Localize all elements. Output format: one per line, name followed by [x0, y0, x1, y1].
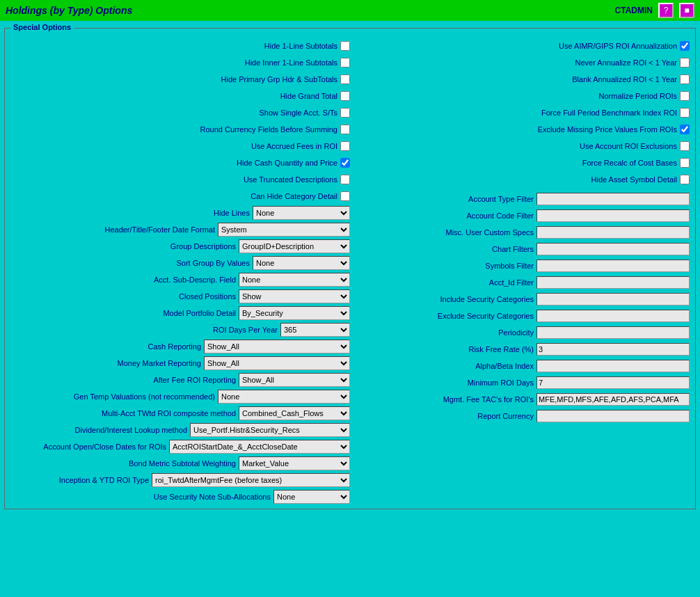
- bond-metric-select[interactable]: Market_Value: [239, 456, 350, 470]
- multi-acct-twtd-row: Multi-Acct TWtd ROI composite method Com…: [10, 406, 350, 421]
- acct-sub-descrip-label: Acct. Sub-Descrip. Field: [154, 276, 236, 284]
- title-bar: Holdings (by Type) Options CTADMIN ? ■: [0, 0, 700, 21]
- dividend-interest-row: Dividend/Interest Lookup method Use_Port…: [10, 422, 350, 438]
- hide-cash-checkbox[interactable]: [340, 158, 350, 168]
- model-portfolio-select[interactable]: By_Security: [239, 306, 350, 320]
- exclude-missing-price-label: Exclude Missing Price Values From ROIs: [538, 125, 677, 134]
- use-truncated-checkbox[interactable]: [340, 175, 350, 184]
- force-full-period-label: Force Full Period Benchmark Index ROI: [541, 109, 677, 117]
- hide-asset-symbol-row: Hide Asset Symbol Detail: [350, 172, 690, 187]
- can-hide-category-row: Can Hide Category Detail: [10, 189, 350, 204]
- gen-temp-valuations-select[interactable]: None: [218, 390, 350, 404]
- force-full-period-checkbox[interactable]: [680, 108, 690, 118]
- never-annualize-label: Never Annualize ROI < 1 Year: [575, 58, 677, 67]
- help-icon[interactable]: ?: [658, 3, 674, 18]
- hide-inner-1-line-label: Hide Inner 1-Line Subtotals: [245, 58, 337, 67]
- account-code-filter-input[interactable]: [536, 209, 690, 222]
- alpha-beta-index-row: Alpha/Beta Index: [350, 358, 690, 374]
- after-fee-roi-select[interactable]: Show_All: [239, 373, 350, 387]
- hide-grand-total-label: Hide Grand Total: [280, 92, 337, 100]
- use-account-roi-checkbox[interactable]: [680, 141, 690, 151]
- acct-sub-descrip-row: Acct. Sub-Descrip. Field None: [10, 272, 350, 287]
- risk-free-rate-input[interactable]: [536, 343, 690, 356]
- exclude-missing-price-checkbox[interactable]: [680, 125, 690, 134]
- report-currency-row: Report Currency: [350, 408, 690, 424]
- accrued-fees-label: Use Accrued Fees in ROI: [251, 142, 337, 150]
- include-security-categories-input[interactable]: [536, 293, 690, 305]
- acct-sub-descrip-select[interactable]: None: [239, 273, 350, 287]
- group-descriptions-select[interactable]: GroupID+Description: [239, 239, 350, 253]
- blank-annualized-row: Blank Annualized ROI < 1 Year: [350, 72, 690, 87]
- alpha-beta-index-label: Alpha/Beta Index: [475, 362, 534, 370]
- inception-ytd-row: Inception & YTD ROI Type roi_TwtdAfterMg…: [10, 472, 350, 488]
- page-title: Holdings (by Type) Options: [6, 5, 132, 16]
- hide-asset-symbol-checkbox[interactable]: [680, 175, 690, 184]
- alpha-beta-index-input[interactable]: [536, 360, 690, 372]
- use-security-note-select[interactable]: None: [273, 490, 350, 504]
- acct-id-filter-label: Acct_Id Filter: [489, 278, 534, 287]
- hide-grand-total-checkbox[interactable]: [340, 91, 350, 101]
- header-date-format-select[interactable]: System: [218, 223, 350, 237]
- can-hide-category-checkbox[interactable]: [340, 191, 350, 201]
- cash-reporting-select[interactable]: Show_All: [204, 340, 350, 353]
- misc-user-custom-input[interactable]: [536, 226, 690, 239]
- account-open-close-select[interactable]: AcctROIStartDate_&_AcctCloseDate: [169, 440, 350, 454]
- hide-cash-row: Hide Cash Quantity and Price: [10, 155, 350, 170]
- minimum-roi-days-input[interactable]: [536, 376, 690, 389]
- report-currency-input[interactable]: [536, 410, 690, 422]
- force-full-period-row: Force Full Period Benchmark Index ROI: [350, 105, 690, 120]
- blank-annualized-checkbox[interactable]: [680, 74, 690, 84]
- show-single-acct-checkbox[interactable]: [340, 108, 350, 118]
- hide-primary-grp-row: Hide Primary Grp Hdr & SubTotals: [10, 72, 350, 87]
- hide-inner-1-line-checkbox[interactable]: [340, 58, 350, 67]
- exclude-security-categories-input[interactable]: [536, 310, 690, 322]
- account-code-filter-row: Account Code Filter: [350, 208, 690, 223]
- symbols-filter-input[interactable]: [536, 260, 690, 272]
- closed-positions-select[interactable]: Show: [239, 289, 350, 303]
- periodicity-input[interactable]: [536, 326, 690, 339]
- inception-ytd-select[interactable]: roi_TwtdAfterMgmtFee (before taxes): [152, 473, 350, 487]
- hide-1-line-subtotals-checkbox[interactable]: [340, 41, 350, 51]
- sort-group-label: Sort Group By Values: [176, 259, 250, 267]
- use-truncated-row: Use Truncated Descriptions: [10, 172, 350, 187]
- round-currency-checkbox[interactable]: [340, 125, 350, 134]
- force-recalc-checkbox[interactable]: [680, 158, 690, 168]
- dividend-interest-select[interactable]: Use_Portf.Histr&Security_Recs: [190, 423, 350, 437]
- use-account-roi-row: Use Account ROI Exclusions: [350, 138, 690, 154]
- hide-primary-grp-checkbox[interactable]: [340, 74, 350, 84]
- use-truncated-label: Use Truncated Descriptions: [244, 175, 337, 184]
- account-type-filter-input[interactable]: [536, 193, 690, 205]
- periodicity-row: Periodicity: [350, 325, 690, 340]
- after-fee-roi-label: After Fee ROI Reporting: [153, 376, 236, 384]
- accrued-fees-row: Use Accrued Fees in ROI: [10, 138, 350, 154]
- use-aimr-label: Use AIMR/GIPS ROI Annualization: [559, 42, 677, 50]
- header-date-format-row: Header/Title/Footer Date Format System: [10, 222, 350, 237]
- hide-grand-total-row: Hide Grand Total: [10, 88, 350, 104]
- app-icon[interactable]: ■: [679, 3, 694, 18]
- hide-cash-label: Hide Cash Quantity and Price: [237, 159, 337, 167]
- dividend-interest-label: Dividend/Interest Lookup method: [75, 426, 187, 434]
- acct-id-filter-input[interactable]: [536, 276, 690, 289]
- normalize-period-checkbox[interactable]: [680, 91, 690, 101]
- chart-filters-input[interactable]: [536, 243, 690, 255]
- normalize-period-row: Normalize Period ROIs: [350, 88, 690, 104]
- exclude-security-categories-label: Exclude Security Categories: [438, 312, 534, 320]
- never-annualize-checkbox[interactable]: [680, 58, 690, 67]
- account-type-filter-row: Account Type Filter: [350, 191, 690, 207]
- hide-inner-1-line-row: Hide Inner 1-Line Subtotals: [10, 55, 350, 70]
- use-aimr-checkbox[interactable]: [680, 41, 690, 51]
- minimum-roi-days-row: Minimum ROI Days: [350, 375, 690, 390]
- blank-annualized-label: Blank Annualized ROI < 1 Year: [572, 75, 677, 83]
- use-account-roi-label: Use Account ROI Exclusions: [580, 142, 677, 150]
- closed-positions-row: Closed Positions Show: [10, 289, 350, 304]
- use-security-note-row: Use Security Note Sub-Allocations None: [10, 489, 350, 504]
- roi-days-year-select[interactable]: 365: [280, 323, 350, 337]
- sort-group-select[interactable]: None: [253, 256, 350, 270]
- accrued-fees-checkbox[interactable]: [340, 141, 350, 151]
- hide-lines-select[interactable]: None: [253, 206, 350, 220]
- normalize-period-label: Normalize Period ROIs: [599, 92, 677, 100]
- multi-acct-twtd-select[interactable]: Combined_Cash_Flows: [239, 406, 350, 420]
- mgmt-fee-tacs-input[interactable]: [536, 393, 690, 406]
- money-market-row: Money Market Reporting Show_All: [10, 356, 350, 371]
- money-market-select[interactable]: Show_All: [204, 356, 350, 370]
